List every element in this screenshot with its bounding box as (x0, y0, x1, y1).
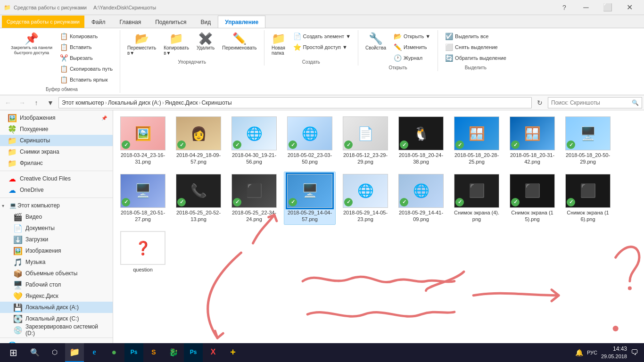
file-item-9[interactable]: 🖥️ ✓ 2018-05-18_20-50-29.png (562, 114, 614, 168)
sidebar-item-images[interactable]: 🖼️ Изображения 📌 (0, 112, 113, 123)
properties-button[interactable]: 🔧 Свойства (362, 31, 389, 52)
copy-to-button[interactable]: 📁 Копироватьв▼ (160, 31, 192, 58)
file-item-15[interactable]: 🌐 ✓ 2018-05-29_14-41-09.png (395, 172, 447, 225)
edit-button[interactable]: ✏️ Изменить (390, 42, 434, 52)
file-thumb-11: 📞 ✓ (176, 174, 221, 208)
sidebar-item-yandex-disk[interactable]: 💛 Яндекс.Диск (0, 290, 113, 302)
new-item-button[interactable]: 📄 Создать элемент ▼ (290, 31, 355, 41)
sidebar-label-local-a: Локальный диск (A:) (25, 304, 79, 311)
breadcrumb-disk-a[interactable]: Локальный диск (A:) (108, 99, 161, 106)
search-input[interactable] (551, 99, 630, 106)
file-item-14[interactable]: 🌐 ✓ 2018-05-29_14-05-23.png (339, 172, 391, 225)
file-area[interactable]: 🖼️ ✓ 2018-03-24_23-16-31.png 👩 ✓ 2018-04… (113, 110, 644, 362)
images-folder-icon: 🖼️ (8, 114, 17, 123)
deselect-button[interactable]: ⬜ Снять выделение (442, 42, 510, 52)
paste-button[interactable]: 📋 Вставить (57, 42, 116, 52)
sidebar-item-reserved-d[interactable]: 💿 Зарезервировано системой (D:) (0, 324, 113, 336)
tab-manage[interactable]: Управление (218, 16, 265, 28)
start-button[interactable]: ⊞ (2, 343, 25, 362)
cut-button[interactable]: ✂️ Вырезать (57, 53, 116, 63)
new-folder-button[interactable]: 📁 Новаяпапка (268, 31, 289, 58)
search-bar[interactable]: 🔍 (548, 97, 642, 108)
this-pc-icon: 💻 (9, 202, 17, 209)
pin-button[interactable]: 📌 Закрепить на панелибыстрого доступа (8, 31, 56, 58)
file-item-19[interactable]: ❓ question (117, 229, 169, 275)
file-item-2[interactable]: 👩 ✓ 2018-04-29_18-09-57.png (173, 114, 224, 168)
sidebar-item-pictures[interactable]: 🖼️ Изображения (0, 245, 113, 256)
file-label-4: 2018-05-02_23-03-50.png (286, 152, 333, 165)
history-button[interactable]: 🕐 Журнал (390, 53, 434, 63)
help-button[interactable]: ? (553, 0, 575, 15)
taskbar-sublime[interactable]: S (144, 343, 163, 362)
up-button[interactable]: ↑ (30, 97, 42, 108)
minimize-button[interactable]: ─ (575, 0, 597, 15)
documents-icon: 📄 (13, 224, 23, 233)
taskbar-app6[interactable]: 🐉 (164, 343, 183, 362)
paste-shortcut-button[interactable]: 📋 Вставить ярлык (57, 74, 116, 85)
sidebar-item-freelance[interactable]: 📁 Фриланс (0, 157, 113, 169)
file-item-17[interactable]: ⬛ ✓ Снимок экрана (15).png (506, 172, 558, 225)
address-bar[interactable]: Этот компьютер › Локальный диск (A:) › Я… (58, 97, 532, 108)
sidebar-item-local-a[interactable]: 💾 Локальный диск (A:) (0, 302, 113, 313)
back-button[interactable]: ← (2, 97, 14, 108)
taskbar-notification-center[interactable]: 🗨 (631, 348, 638, 357)
delete-button[interactable]: ✖️ Удалить (193, 31, 218, 52)
sidebar-item-documents[interactable]: 📄 Документы (0, 222, 113, 234)
taskbar-search[interactable]: 🔍 (25, 343, 44, 362)
copy-path-button[interactable]: 📋 Скопировать путь (57, 64, 116, 74)
taskbar-edge[interactable]: e (85, 343, 104, 362)
move-to-button[interactable]: 📂 Переместитьв▼ (124, 31, 159, 58)
file-item-13[interactable]: 🖥️ ✓ 2018-05-29_14-04-57.png (284, 172, 336, 225)
sidebar-item-desktop[interactable]: 🖥️ Рабочий стол (0, 279, 113, 290)
select-all-button[interactable]: ☑️ Выделить все (442, 31, 510, 41)
close-button[interactable]: ✕ (619, 0, 640, 15)
sidebar-item-screen-capture[interactable]: 📁 Снимки экрана (0, 146, 113, 157)
open-button[interactable]: 📂 Открыть ▼ (390, 31, 434, 41)
tab-home[interactable]: Главная (113, 16, 149, 28)
taskbar-explorer[interactable]: 📁 (65, 343, 84, 362)
taskbar-ps2[interactable]: Ps (184, 343, 203, 362)
sidebar-item-this-pc[interactable]: ▾ 💻 Этот компьютер (0, 200, 113, 211)
file-item-12[interactable]: ⬛ ✓ 2018-05-25_22-34-24.png (228, 172, 280, 225)
refresh-button[interactable]: ↻ (534, 97, 546, 108)
taskbar-task-view[interactable]: ⬡ (45, 343, 64, 362)
sidebar-item-creative-cloud[interactable]: ☁ Creative Cloud Files (0, 173, 113, 184)
sidebar-item-screenshots[interactable]: 📁 Скриншоты (0, 135, 113, 146)
file-item-7[interactable]: 🪟 ✓ 2018-05-18_20-28-25.png (451, 114, 503, 168)
sidebar-item-video[interactable]: 🎬 Видео (0, 211, 113, 222)
file-item-11[interactable]: 📞 ✓ 2018-05-25_20-52-13.png (173, 172, 224, 225)
sidebar-item-3d-objects[interactable]: 📦 Объемные объекты (0, 268, 113, 279)
tab-share[interactable]: Поделиться (148, 16, 193, 28)
file-item-3[interactable]: 🌐 ✓ 2018-04-30_19-21-56.png (228, 114, 280, 168)
sidebar-item-downloads[interactable]: ⬇️ Загрузки (0, 234, 113, 245)
file-item-16[interactable]: ⬛ ✓ Снимок экрана (4).png (451, 172, 503, 225)
rename-button[interactable]: ✏️ Переименовать (219, 31, 260, 52)
quick-access-button[interactable]: ⭐ Простой доступ ▼ (290, 42, 355, 52)
sidebar-item-onedrive[interactable]: ☁ OneDrive (0, 184, 113, 196)
recent-locations-button[interactable]: ▼ (44, 97, 57, 108)
sidebar-item-music[interactable]: 🎵 Музыка (0, 256, 113, 268)
file-item-18[interactable]: ⬛ ✓ Снимок экрана (16).png (562, 172, 614, 225)
tab-file[interactable]: Файл (84, 16, 113, 28)
taskbar-app8[interactable]: X (204, 343, 223, 362)
file-item-8[interactable]: 🪟 ✓ 2018-05-18_20-31-42.png (506, 114, 558, 168)
breadcrumb-yandex[interactable]: Яндекс.Диск (165, 99, 198, 106)
file-item-5[interactable]: 📄 ✓ 2018-05-12_23-29-29.png (339, 114, 391, 168)
tab-view[interactable]: Вид (193, 16, 218, 28)
file-item-10[interactable]: 🖥️ ✓ 2018-05-18_20-51-27.png (117, 172, 169, 225)
invert-select-button[interactable]: 🔄 Обратить выделение (442, 53, 510, 63)
file-item-1[interactable]: 🖼️ ✓ 2018-03-24_23-16-31.png (117, 114, 169, 168)
file-item-4[interactable]: 🌐 ✓ 2018-05-02_23-03-50.png (284, 114, 336, 168)
forward-button[interactable]: → (16, 97, 28, 108)
breadcrumb-screenshots[interactable]: Скриншоты (201, 99, 231, 106)
file-item-6[interactable]: 🐧 ✓ 2018-05-18_20-24-38.png (395, 114, 447, 168)
taskbar-app9[interactable]: + (223, 343, 242, 362)
breadcrumb-pc[interactable]: Этот компьютер (62, 99, 104, 106)
ribbon-special-tab[interactable]: Средства работы с рисунками (2, 16, 84, 28)
taskbar-chrome[interactable]: ● (105, 343, 124, 362)
copy-button[interactable]: 📋 Копировать (57, 31, 116, 41)
taskbar-photoshop[interactable]: Ps (124, 343, 143, 362)
sidebar-item-weight[interactable]: 🍀 Похудение (0, 123, 113, 135)
maximize-button[interactable]: ⬜ (597, 0, 619, 15)
sidebar-item-local-c[interactable]: 💽 Локальный диск (C:) (0, 313, 113, 324)
